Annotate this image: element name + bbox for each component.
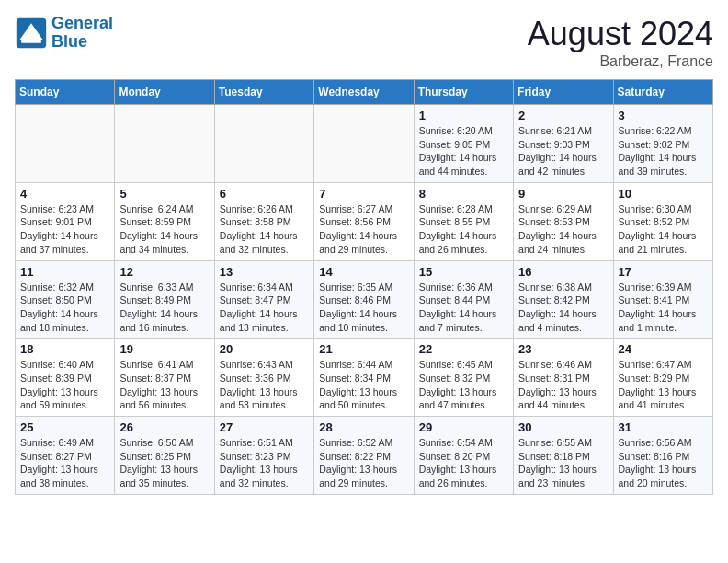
calendar-day-cell: 7Sunrise: 6:27 AMSunset: 8:56 PMDaylight… <box>314 182 414 260</box>
day-info: Sunrise: 6:26 AMSunset: 8:58 PMDaylight:… <box>220 202 309 257</box>
calendar-day-cell <box>214 105 313 183</box>
day-info: Sunrise: 6:54 AMSunset: 8:20 PMDaylight:… <box>419 436 508 490</box>
weekday-header: Friday <box>514 80 613 105</box>
day-number: 27 <box>220 420 309 434</box>
day-number: 19 <box>119 342 209 356</box>
calendar-day-cell <box>115 105 214 183</box>
day-number: 2 <box>518 109 608 122</box>
calendar-day-cell: 24Sunrise: 6:47 AMSunset: 8:29 PMDayligh… <box>613 339 712 417</box>
logo: General Blue <box>15 15 113 52</box>
calendar-day-cell: 30Sunrise: 6:55 AMSunset: 8:18 PMDayligh… <box>514 417 613 495</box>
calendar-week-row: 4Sunrise: 6:23 AMSunset: 9:01 PMDaylight… <box>16 182 713 260</box>
day-info: Sunrise: 6:55 AMSunset: 8:18 PMDaylight:… <box>518 436 608 490</box>
day-info: Sunrise: 6:52 AMSunset: 8:22 PMDaylight:… <box>319 436 408 490</box>
calendar-day-cell: 5Sunrise: 6:24 AMSunset: 8:59 PMDaylight… <box>115 182 214 260</box>
calendar-day-cell: 3Sunrise: 6:22 AMSunset: 9:02 PMDaylight… <box>613 105 712 183</box>
day-info: Sunrise: 6:33 AMSunset: 8:49 PMDaylight:… <box>119 281 209 335</box>
page-header: General Blue August 2024 Barberaz, Franc… <box>15 15 713 70</box>
month-title: August 2024 <box>528 15 713 53</box>
day-number: 9 <box>518 187 608 201</box>
day-number: 8 <box>419 187 508 201</box>
logo-line1: General <box>51 14 113 32</box>
calendar-table: SundayMondayTuesdayWednesdayThursdayFrid… <box>15 79 713 495</box>
day-info: Sunrise: 6:36 AMSunset: 8:44 PMDaylight:… <box>419 281 508 335</box>
day-number: 13 <box>220 265 309 279</box>
calendar-day-cell: 31Sunrise: 6:56 AMSunset: 8:16 PMDayligh… <box>613 417 712 495</box>
day-number: 18 <box>20 342 109 356</box>
weekday-header: Sunday <box>16 80 115 105</box>
day-info: Sunrise: 6:47 AMSunset: 8:29 PMDaylight:… <box>619 358 708 412</box>
calendar-week-row: 18Sunrise: 6:40 AMSunset: 8:39 PMDayligh… <box>16 339 713 417</box>
calendar-header: SundayMondayTuesdayWednesdayThursdayFrid… <box>16 80 713 105</box>
day-info: Sunrise: 6:35 AMSunset: 8:46 PMDaylight:… <box>319 281 408 335</box>
title-block: August 2024 Barberaz, France <box>528 15 713 70</box>
day-info: Sunrise: 6:41 AMSunset: 8:37 PMDaylight:… <box>119 358 209 412</box>
day-number: 4 <box>20 187 109 201</box>
day-info: Sunrise: 6:46 AMSunset: 8:31 PMDaylight:… <box>518 358 608 412</box>
day-info: Sunrise: 6:21 AMSunset: 9:03 PMDaylight:… <box>518 124 608 178</box>
day-number: 25 <box>20 420 109 434</box>
day-info: Sunrise: 6:27 AMSunset: 8:56 PMDaylight:… <box>319 202 408 257</box>
calendar-week-row: 1Sunrise: 6:20 AMSunset: 9:05 PMDaylight… <box>16 105 713 183</box>
calendar-day-cell <box>16 105 115 183</box>
weekday-header: Wednesday <box>314 80 414 105</box>
day-number: 28 <box>319 420 408 434</box>
day-number: 29 <box>419 420 508 434</box>
calendar-day-cell: 17Sunrise: 6:39 AMSunset: 8:41 PMDayligh… <box>613 260 712 339</box>
weekday-header: Thursday <box>414 80 513 105</box>
day-number: 26 <box>119 420 209 434</box>
day-info: Sunrise: 6:20 AMSunset: 9:05 PMDaylight:… <box>419 124 508 178</box>
day-info: Sunrise: 6:34 AMSunset: 8:47 PMDaylight:… <box>220 281 309 335</box>
location: Barberaz, France <box>528 53 713 70</box>
svg-rect-2 <box>21 40 41 43</box>
calendar-day-cell: 26Sunrise: 6:50 AMSunset: 8:25 PMDayligh… <box>115 417 214 495</box>
day-number: 14 <box>319 265 408 279</box>
day-info: Sunrise: 6:49 AMSunset: 8:27 PMDaylight:… <box>20 436 109 490</box>
day-number: 30 <box>518 420 608 434</box>
calendar-day-cell: 9Sunrise: 6:29 AMSunset: 8:53 PMDaylight… <box>514 182 613 260</box>
logo-line2: Blue <box>51 32 87 51</box>
day-info: Sunrise: 6:50 AMSunset: 8:25 PMDaylight:… <box>119 436 209 490</box>
day-number: 7 <box>319 187 408 201</box>
weekday-header: Saturday <box>613 80 712 105</box>
day-number: 11 <box>20 265 109 279</box>
day-info: Sunrise: 6:32 AMSunset: 8:50 PMDaylight:… <box>20 281 109 335</box>
calendar-day-cell: 4Sunrise: 6:23 AMSunset: 9:01 PMDaylight… <box>16 182 115 260</box>
calendar-day-cell: 21Sunrise: 6:44 AMSunset: 8:34 PMDayligh… <box>314 339 414 417</box>
calendar-body: 1Sunrise: 6:20 AMSunset: 9:05 PMDaylight… <box>16 105 713 495</box>
calendar-day-cell: 14Sunrise: 6:35 AMSunset: 8:46 PMDayligh… <box>314 260 414 339</box>
calendar-week-row: 25Sunrise: 6:49 AMSunset: 8:27 PMDayligh… <box>16 417 713 495</box>
calendar-day-cell: 2Sunrise: 6:21 AMSunset: 9:03 PMDaylight… <box>514 105 613 183</box>
day-info: Sunrise: 6:28 AMSunset: 8:55 PMDaylight:… <box>419 202 508 257</box>
day-info: Sunrise: 6:29 AMSunset: 8:53 PMDaylight:… <box>518 202 608 257</box>
weekday-header: Tuesday <box>214 80 313 105</box>
calendar-day-cell: 29Sunrise: 6:54 AMSunset: 8:20 PMDayligh… <box>414 417 513 495</box>
day-number: 23 <box>518 342 608 356</box>
logo-icon <box>15 17 48 50</box>
weekday-row: SundayMondayTuesdayWednesdayThursdayFrid… <box>16 80 713 105</box>
day-info: Sunrise: 6:45 AMSunset: 8:32 PMDaylight:… <box>419 358 508 412</box>
day-number: 12 <box>119 265 209 279</box>
calendar-day-cell: 25Sunrise: 6:49 AMSunset: 8:27 PMDayligh… <box>16 417 115 495</box>
day-number: 31 <box>619 420 708 434</box>
day-number: 6 <box>220 187 309 201</box>
day-info: Sunrise: 6:39 AMSunset: 8:41 PMDaylight:… <box>619 281 708 335</box>
calendar-day-cell: 20Sunrise: 6:43 AMSunset: 8:36 PMDayligh… <box>214 339 313 417</box>
day-number: 22 <box>419 342 508 356</box>
calendar-day-cell: 27Sunrise: 6:51 AMSunset: 8:23 PMDayligh… <box>214 417 313 495</box>
day-number: 17 <box>619 265 708 279</box>
day-info: Sunrise: 6:56 AMSunset: 8:16 PMDaylight:… <box>619 436 708 490</box>
calendar-week-row: 11Sunrise: 6:32 AMSunset: 8:50 PMDayligh… <box>16 260 713 339</box>
day-number: 16 <box>518 265 608 279</box>
calendar-day-cell: 11Sunrise: 6:32 AMSunset: 8:50 PMDayligh… <box>16 260 115 339</box>
day-info: Sunrise: 6:24 AMSunset: 8:59 PMDaylight:… <box>119 202 209 257</box>
calendar-day-cell: 16Sunrise: 6:38 AMSunset: 8:42 PMDayligh… <box>514 260 613 339</box>
weekday-header: Monday <box>115 80 214 105</box>
day-info: Sunrise: 6:51 AMSunset: 8:23 PMDaylight:… <box>220 436 309 490</box>
day-info: Sunrise: 6:30 AMSunset: 8:52 PMDaylight:… <box>619 202 708 257</box>
day-number: 21 <box>319 342 408 356</box>
day-number: 10 <box>619 187 708 201</box>
day-number: 20 <box>220 342 309 356</box>
calendar-day-cell: 23Sunrise: 6:46 AMSunset: 8:31 PMDayligh… <box>514 339 613 417</box>
calendar-day-cell: 15Sunrise: 6:36 AMSunset: 8:44 PMDayligh… <box>414 260 513 339</box>
